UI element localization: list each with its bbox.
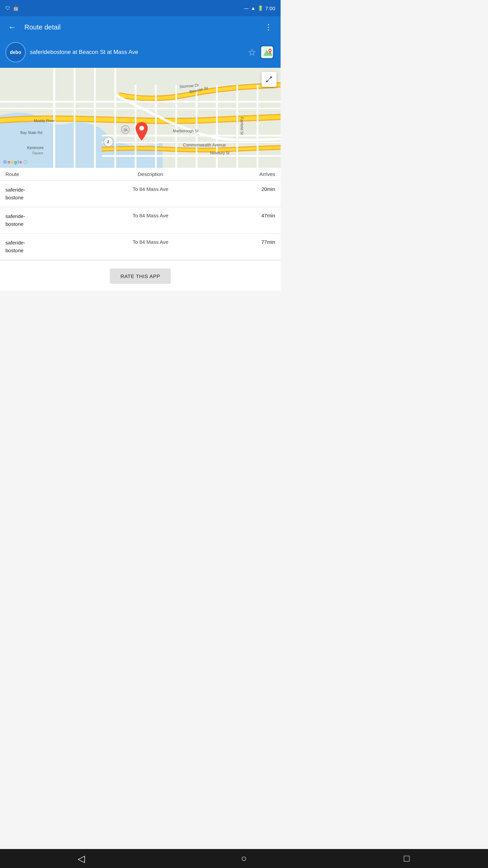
- header-actions: ☆: [248, 45, 275, 59]
- route-table: Route Description Arrives saferide-bosto…: [0, 168, 281, 260]
- svg-text:Fairfield St: Fairfield St: [240, 117, 244, 135]
- route-title: saferidebostone at Beacon St at Mass Ave: [30, 48, 244, 56]
- android-icon: 🤖: [13, 5, 19, 11]
- rate-app-button[interactable]: RATE THIS APP: [110, 269, 171, 284]
- svg-text:Kenmore: Kenmore: [27, 145, 44, 150]
- status-bar-right: — ▲ 🔋 7:00: [244, 5, 275, 11]
- table-row: saferide-bostone To 84 Mass Ave 20min: [0, 181, 281, 207]
- google-logo: Google: [3, 159, 27, 164]
- minus-icon: —: [244, 5, 249, 11]
- route-header: debo saferidebostone at Beacon St at Mas…: [0, 38, 281, 68]
- svg-text:Newbury St: Newbury St: [210, 151, 229, 155]
- header-route: Route: [5, 171, 60, 177]
- route-description-2: To 84 Mass Ave: [60, 213, 241, 218]
- svg-point-38: [139, 126, 144, 131]
- battery-icon: 🔋: [258, 5, 263, 11]
- back-button[interactable]: ←: [5, 20, 19, 35]
- status-time: 7:00: [265, 5, 275, 11]
- header-description: Description: [60, 171, 241, 177]
- table-row: saferide-bostone To 84 Mass Ave 77min: [0, 234, 281, 260]
- route-description-1: To 84 Mass Ave: [60, 186, 241, 192]
- empty-space: [0, 291, 281, 358]
- map-svg: Beacon St Fairfield St Marlborough St Ne…: [0, 68, 281, 168]
- svg-text:Bay State Rd: Bay State Rd: [20, 131, 42, 135]
- route-name-3: saferide-bostone: [5, 239, 60, 254]
- favorite-button[interactable]: ☆: [248, 47, 256, 58]
- open-maps-button[interactable]: [259, 45, 275, 59]
- header-arrives: Arrives: [241, 171, 275, 177]
- signal-icon: ▲: [251, 5, 256, 11]
- map-container: Beacon St Fairfield St Marlborough St Ne…: [0, 68, 281, 168]
- status-bar-left: 🛡 🤖: [5, 5, 19, 11]
- rate-section: RATE THIS APP: [0, 260, 281, 291]
- route-name-1: saferide-bostone: [5, 186, 60, 201]
- more-options-button[interactable]: ⋮: [262, 20, 275, 35]
- svg-text:Muddy River: Muddy River: [34, 119, 55, 123]
- avatar: debo: [5, 42, 26, 62]
- shield-icon: 🛡: [5, 5, 10, 11]
- expand-icon: [265, 76, 273, 83]
- svg-text:2: 2: [107, 140, 109, 144]
- svg-point-41: [24, 160, 27, 164]
- app-bar: ← Route detail ⋮: [0, 16, 281, 38]
- route-name-2: saferide-bostone: [5, 213, 60, 228]
- route-arrives-1: 20min: [241, 186, 275, 192]
- svg-text:2A: 2A: [123, 128, 128, 132]
- route-arrives-3: 77min: [241, 239, 275, 245]
- table-header: Route Description Arrives: [0, 168, 281, 181]
- status-bar: 🛡 🤖 — ▲ 🔋 7:00: [0, 0, 281, 16]
- svg-point-7: [269, 50, 271, 51]
- page-title: Route detail: [24, 23, 256, 31]
- route-arrives-2: 47min: [241, 213, 275, 218]
- svg-text:Commonwealth Avenue: Commonwealth Avenue: [183, 143, 226, 147]
- expand-map-button[interactable]: [262, 72, 277, 87]
- route-description-3: To 84 Mass Ave: [60, 239, 241, 245]
- svg-text:Marlborough St: Marlborough St: [173, 129, 198, 133]
- maps-icon: [260, 45, 274, 59]
- table-row: saferide-bostone To 84 Mass Ave 47min: [0, 207, 281, 234]
- svg-text:Square: Square: [32, 151, 43, 155]
